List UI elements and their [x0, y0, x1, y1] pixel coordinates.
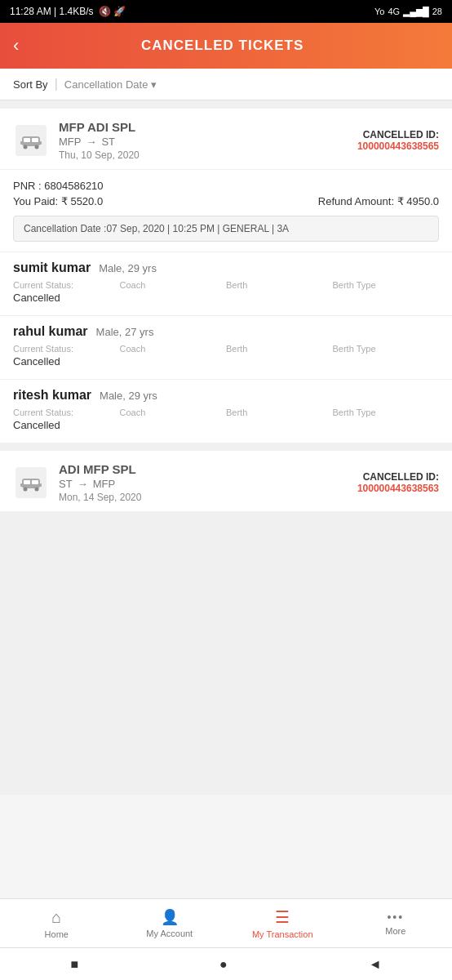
status-signal: ▂▄▆█	[403, 7, 429, 17]
coach-label: Coach	[120, 344, 227, 354]
android-nav-bar: ■ ● ◄	[0, 947, 452, 980]
coach-label: Coach	[120, 280, 227, 290]
recent-apps-button[interactable]: ■	[54, 952, 95, 977]
ticket-header: MFP ADI SPL MFP → ST Thu, 10 Sep, 2020 C…	[0, 109, 452, 170]
passenger-status-row: Current Status: Cancelled Coach Berth Be…	[13, 408, 439, 439]
train-icon	[13, 465, 49, 501]
berth-type-col: Berth Type	[333, 280, 440, 292]
svg-point-4	[24, 145, 28, 149]
you-paid: You Paid: ₹ 5520.0	[13, 195, 103, 207]
svg-point-12	[24, 488, 28, 492]
status-left: 11:28 AM | 1.4KB/s 🔇 🚀	[10, 6, 126, 17]
transaction-icon: ☰	[275, 907, 290, 927]
cancelled-id: 100000443638563	[357, 483, 439, 494]
status-network: Yo	[374, 7, 384, 16]
status-col: Current Status: Cancelled	[13, 408, 120, 431]
train-name: ADI MFP SPL	[59, 462, 357, 476]
passenger-name-row: ritesh kumar Male, 29 yrs	[13, 388, 439, 403]
svg-rect-10	[24, 480, 30, 484]
train-date: Thu, 10 Sep, 2020	[59, 149, 357, 161]
svg-rect-11	[32, 480, 38, 484]
nav-item-my-account[interactable]: 👤 My Account	[113, 899, 227, 947]
current-status-label: Current Status:	[13, 280, 120, 290]
passenger-name-row: rahul kumar Male, 27 yrs	[13, 324, 439, 339]
bottom-nav: ⌂ Home 👤 My Account ☰ My Transaction •••…	[0, 898, 452, 947]
to-station: ST	[101, 136, 115, 148]
passenger-section: ritesh kumar Male, 29 yrs Current Status…	[0, 379, 452, 443]
sort-label: Sort By	[13, 78, 48, 91]
pnr: PNR : 6804586210	[13, 180, 439, 192]
berth-label: Berth	[226, 280, 333, 290]
home-icon: ⌂	[51, 908, 61, 927]
more-icon: •••	[387, 911, 404, 924]
refund-amount: Refund Amount: ₹ 4950.0	[318, 195, 439, 207]
nav-item-more[interactable]: ••• More	[339, 899, 453, 947]
berth-col: Berth	[226, 344, 333, 355]
back-button[interactable]: ‹	[13, 37, 19, 55]
berth-type-label: Berth Type	[333, 408, 440, 417]
current-status-value: Cancelled	[13, 419, 120, 431]
svg-rect-7	[39, 141, 42, 145]
svg-point-5	[35, 145, 39, 149]
train-name: MFP ADI SPL	[59, 120, 357, 134]
sort-separator: |	[55, 77, 58, 91]
ticket-card: MFP ADI SPL MFP → ST Thu, 10 Sep, 2020 C…	[0, 109, 452, 443]
passenger-status-row: Current Status: Cancelled Coach Berth Be…	[13, 280, 439, 312]
coach-col: Coach	[120, 280, 227, 292]
train-route: MFP → ST	[59, 136, 357, 148]
ticket-card: ADI MFP SPL ST → MFP Mon, 14 Sep, 2020 C…	[0, 451, 452, 512]
status-col: Current Status: Cancelled	[13, 344, 120, 368]
status-time: 11:28 AM | 1.4KB/s	[10, 6, 94, 17]
current-status-value: Cancelled	[13, 355, 120, 368]
passenger-meta: Male, 27 yrs	[96, 326, 154, 338]
current-status-label: Current Status:	[13, 408, 120, 417]
svg-point-13	[35, 488, 39, 492]
status-4g: 4G	[388, 7, 400, 16]
coach-label: Coach	[120, 408, 227, 417]
from-station: MFP	[59, 136, 81, 148]
passenger-section: sumit kumar Male, 29 yrs Current Status:…	[0, 252, 452, 315]
cancellation-info-box: Cancellation Date :07 Sep, 2020 | 10:25 …	[13, 216, 439, 242]
svg-rect-14	[20, 483, 23, 487]
passenger-name: rahul kumar	[13, 324, 88, 339]
nav-home-label: Home	[45, 929, 69, 939]
passenger-meta: Male, 29 yrs	[100, 390, 157, 402]
status-right: Yo 4G ▂▄▆█ 28	[374, 7, 442, 17]
cancelled-id-section: CANCELLED ID: 100000443638563	[357, 471, 439, 494]
current-status-label: Current Status:	[13, 344, 120, 354]
current-status-value: Cancelled	[13, 292, 120, 304]
nav-item-my-transaction[interactable]: ☰ My Transaction	[226, 899, 339, 947]
home-button[interactable]: ●	[203, 952, 244, 977]
berth-col: Berth	[226, 408, 333, 419]
coach-col: Coach	[120, 408, 227, 419]
from-station: ST	[59, 478, 73, 490]
ticket-header: ADI MFP SPL ST → MFP Mon, 14 Sep, 2020 C…	[0, 451, 452, 512]
chevron-down-icon: ▾	[151, 78, 157, 91]
nav-account-label: My Account	[146, 929, 193, 938]
svg-rect-2	[24, 138, 30, 142]
nav-item-home[interactable]: ⌂ Home	[0, 899, 113, 947]
status-bar: 11:28 AM | 1.4KB/s 🔇 🚀 Yo 4G ▂▄▆█ 28	[0, 0, 452, 23]
back-button-android[interactable]: ◄	[352, 952, 398, 977]
train-route: ST → MFP	[59, 478, 357, 490]
route-arrow: →	[78, 478, 88, 490]
passenger-status-row: Current Status: Cancelled Coach Berth Be…	[13, 344, 439, 376]
passenger-meta: Male, 29 yrs	[99, 262, 157, 274]
nav-more-label: More	[385, 926, 405, 936]
berth-col: Berth	[226, 280, 333, 292]
train-date: Mon, 14 Sep, 2020	[59, 492, 357, 503]
sort-dropdown[interactable]: Cancellation Date ▾	[64, 78, 157, 91]
passenger-name: ritesh kumar	[13, 388, 91, 403]
coach-col: Coach	[120, 344, 227, 355]
to-station: MFP	[93, 478, 115, 490]
cancelled-id-label: CANCELLED ID:	[357, 129, 439, 140]
content-area: MFP ADI SPL MFP → ST Thu, 10 Sep, 2020 C…	[0, 100, 452, 795]
passenger-name: sumit kumar	[13, 261, 91, 275]
svg-rect-15	[39, 483, 42, 487]
train-icon	[13, 122, 49, 158]
header: ‹ CANCELLED TICKETS	[0, 23, 452, 69]
passenger-name-row: sumit kumar Male, 29 yrs	[13, 261, 439, 275]
berth-type-col: Berth Type	[333, 344, 440, 355]
status-battery: 28	[432, 7, 442, 16]
berth-type-label: Berth Type	[333, 280, 440, 290]
